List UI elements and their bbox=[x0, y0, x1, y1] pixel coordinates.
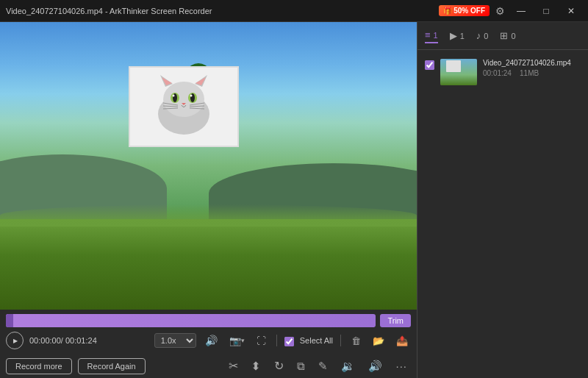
edit-button[interactable]: ✎ bbox=[315, 357, 331, 375]
timeline-track[interactable] bbox=[6, 314, 376, 327]
cat-svg bbox=[147, 74, 220, 140]
promo-badge[interactable]: 🎁 50% OFF bbox=[439, 5, 490, 16]
maximize-button[interactable]: □ bbox=[535, 4, 557, 18]
expand-icon: ⛶ bbox=[257, 335, 266, 346]
select-all-label[interactable]: Select All bbox=[300, 336, 333, 345]
close-button[interactable]: ✕ bbox=[560, 4, 582, 18]
timeline-fill bbox=[6, 314, 376, 327]
minimize-button[interactable]: — bbox=[510, 4, 532, 18]
svg-point-10 bbox=[173, 95, 175, 97]
volume-up-button[interactable]: 🔊 bbox=[365, 357, 386, 375]
more-icon: ··· bbox=[395, 360, 407, 372]
tab-image-count: 0 bbox=[511, 32, 515, 40]
playback-row: ▶ 00:00:00/ 00:01:24 1.0x 0.5x 0.75x 1.2… bbox=[6, 332, 411, 349]
tab-image[interactable]: ⊞ 0 bbox=[500, 29, 515, 43]
landscape bbox=[0, 180, 417, 310]
select-all-checkbox[interactable] bbox=[284, 337, 294, 346]
title-bar-right: 🎁 50% OFF ⚙ — □ ✕ bbox=[439, 4, 582, 18]
right-panel: ≡ 1 ▶ 1 ♪ 0 ⊞ 0 bbox=[417, 22, 588, 378]
video-background bbox=[0, 22, 417, 310]
image-icon: ⊞ bbox=[500, 30, 508, 41]
thumb-background bbox=[440, 59, 477, 85]
delete-icon: 🗑 bbox=[351, 335, 361, 346]
tab-list-count: 1 bbox=[434, 31, 438, 40]
duplicate-button[interactable]: ⧉ bbox=[293, 357, 309, 375]
cat-overlay bbox=[129, 66, 239, 147]
field bbox=[0, 219, 417, 310]
trim-bar-row: Trim bbox=[6, 314, 411, 327]
export-button[interactable]: 📤 bbox=[393, 334, 411, 348]
adjust-icon: ⬌ bbox=[249, 361, 263, 371]
tab-audio-count: 0 bbox=[484, 32, 488, 40]
rotate-icon: ↻ bbox=[274, 359, 284, 373]
settings-icon[interactable]: ⚙ bbox=[492, 4, 507, 18]
duplicate-icon: ⧉ bbox=[297, 360, 305, 373]
tab-video[interactable]: ▶ 1 bbox=[450, 29, 465, 43]
more-options-button[interactable]: ··· bbox=[392, 357, 411, 374]
tab-list[interactable]: ≡ 1 bbox=[425, 28, 438, 43]
media-thumbnail bbox=[440, 59, 477, 85]
video-canvas[interactable] bbox=[0, 22, 417, 310]
divider2 bbox=[340, 335, 341, 346]
delete-button[interactable]: 🗑 bbox=[348, 334, 364, 348]
volume-up-icon: 🔊 bbox=[368, 360, 382, 373]
media-item-name: Video_240727104026.mp4 bbox=[483, 59, 581, 67]
current-time: 00:00:00 bbox=[29, 336, 61, 345]
video-icon: ▶ bbox=[450, 30, 457, 41]
play-button[interactable]: ▶ bbox=[6, 332, 24, 349]
thumb-cat bbox=[446, 60, 461, 72]
open-folder-button[interactable]: 📂 bbox=[370, 334, 387, 348]
main-layout: Trim ▶ 00:00:00/ 00:01:24 1.0x 0.5x 0.75… bbox=[0, 22, 588, 378]
volume-down-icon: 🔉 bbox=[341, 360, 355, 373]
trim-button[interactable]: Trim bbox=[380, 314, 411, 327]
camera-dropdown-icon: ▾ bbox=[241, 337, 245, 344]
divider bbox=[276, 335, 277, 346]
total-time: 00:01:24 bbox=[65, 336, 97, 345]
fullscreen-button[interactable]: ⛶ bbox=[254, 334, 269, 348]
media-tabs: ≡ 1 ▶ 1 ♪ 0 ⊞ 0 bbox=[417, 22, 588, 50]
tab-audio[interactable]: ♪ 0 bbox=[476, 29, 489, 43]
bottom-controls: Trim ▶ 00:00:00/ 00:01:24 1.0x 0.5x 0.75… bbox=[0, 310, 417, 378]
media-size: 11MB bbox=[520, 69, 539, 77]
folder-icon: 📂 bbox=[373, 335, 384, 346]
edit-icon: ✎ bbox=[318, 360, 328, 373]
media-item-checkbox[interactable] bbox=[425, 60, 434, 70]
media-duration: 00:01:24 bbox=[483, 69, 512, 77]
media-item[interactable]: Video_240727104026.mp4 00:01:24 11MB bbox=[422, 54, 584, 90]
svg-point-1 bbox=[163, 82, 204, 117]
tab-video-count: 1 bbox=[460, 32, 465, 40]
title-bar-left: Video_240727104026.mp4 - ArkThinker Scre… bbox=[6, 7, 212, 15]
volume-down-button[interactable]: 🔉 bbox=[337, 357, 359, 375]
record-again-button[interactable]: Record Again bbox=[78, 358, 146, 374]
scissors-button[interactable]: ✂ bbox=[225, 357, 242, 375]
record-more-button[interactable]: Record more bbox=[6, 358, 72, 374]
timeline-handle[interactable] bbox=[6, 314, 13, 327]
action-row: Record more Record Again ✂ ⬌ ↻ ⧉ ✎ bbox=[6, 354, 411, 375]
media-item-info: Video_240727104026.mp4 00:01:24 11MB bbox=[483, 59, 581, 77]
adjust-button[interactable]: ⬌ bbox=[248, 357, 265, 375]
speed-select[interactable]: 1.0x 0.5x 0.75x 1.25x 1.5x 2.0x bbox=[154, 333, 196, 348]
play-icon: ▶ bbox=[13, 338, 18, 344]
app-title: Video_240727104026.mp4 - ArkThinker Scre… bbox=[6, 7, 212, 15]
time-display: 00:00:00/ 00:01:24 bbox=[29, 336, 97, 345]
title-bar: Video_240727104026.mp4 - ArkThinker Scre… bbox=[0, 0, 588, 22]
audio-icon: ♪ bbox=[476, 30, 481, 41]
volume-icon: 🔊 bbox=[205, 335, 218, 346]
list-icon: ≡ bbox=[425, 29, 431, 40]
media-item-meta: 00:01:24 11MB bbox=[483, 69, 581, 77]
rotate-button[interactable]: ↻ bbox=[270, 357, 287, 375]
volume-button[interactable]: 🔊 bbox=[202, 333, 220, 348]
camera-icon: 📷 bbox=[229, 335, 241, 346]
left-panel: Trim ▶ 00:00:00/ 00:01:24 1.0x 0.5x 0.75… bbox=[0, 22, 417, 378]
export-icon: 📤 bbox=[396, 335, 408, 346]
screenshot-button[interactable]: 📷 ▾ bbox=[226, 334, 248, 348]
media-list: Video_240727104026.mp4 00:01:24 11MB bbox=[417, 50, 588, 378]
scissors-icon: ✂ bbox=[229, 359, 238, 373]
svg-point-11 bbox=[190, 95, 193, 97]
